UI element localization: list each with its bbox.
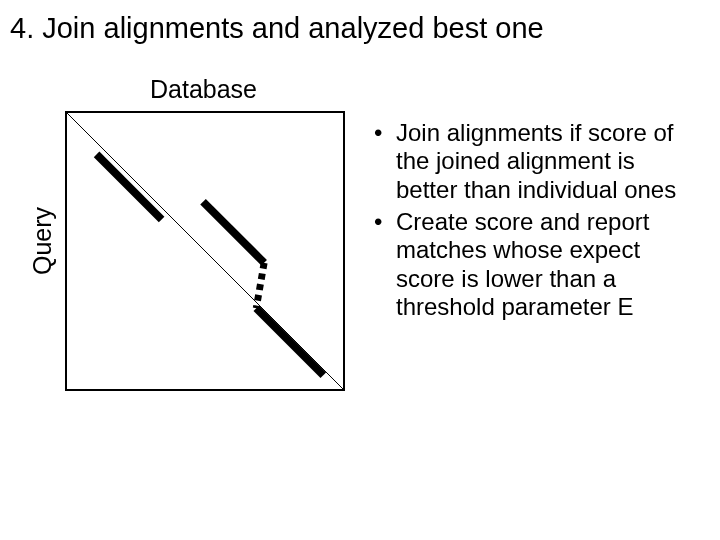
list-item: • Create score and report matches whose … xyxy=(370,208,700,321)
bullet-text: Join alignments if score of the joined a… xyxy=(396,119,700,204)
bullet-text: Create score and report matches whose ex… xyxy=(396,208,700,321)
page-title: 4. Join alignments and analyzed best one xyxy=(0,0,720,45)
alignment-segment-1 xyxy=(97,154,162,219)
bullet-icon: • xyxy=(370,119,396,204)
alignment-segment-2 xyxy=(203,202,264,263)
list-item: • Join alignments if score of the joined… xyxy=(370,119,700,204)
alignment-svg xyxy=(67,113,343,389)
bullet-icon: • xyxy=(370,208,396,321)
alignment-gap-dashed xyxy=(256,263,264,308)
diagram-column: Database Query xyxy=(10,75,370,325)
alignment-diagram xyxy=(65,111,345,391)
database-axis-label: Database xyxy=(150,75,257,104)
content-area: Database Query • Join alignments if scor… xyxy=(0,45,720,325)
main-diagonal xyxy=(67,113,343,389)
query-axis-label: Query xyxy=(28,207,57,275)
bullet-list: • Join alignments if score of the joined… xyxy=(370,75,700,325)
alignment-segment-3 xyxy=(256,308,323,375)
